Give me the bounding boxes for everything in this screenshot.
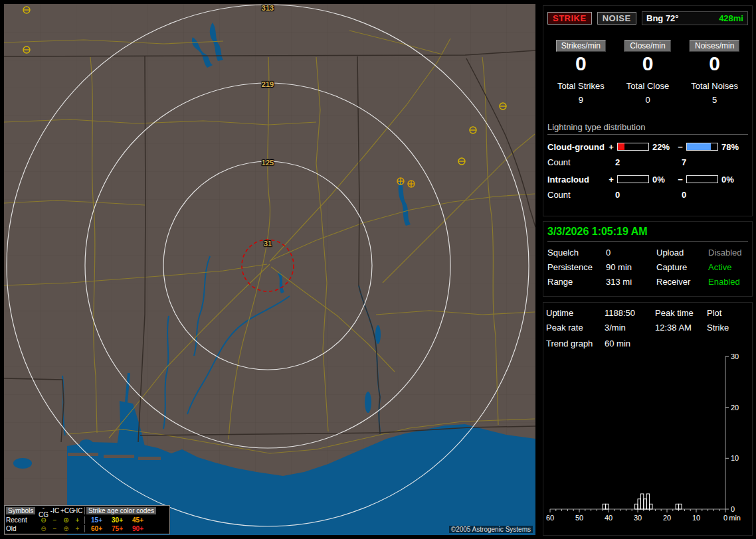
status-trend-panel: Uptime 1188:50 Peak time Plot Peak rate …	[543, 302, 753, 536]
status-label: Uptime	[546, 308, 605, 318]
plus-sign: +	[607, 175, 615, 185]
setting-label: Upload	[656, 248, 708, 258]
trend-window-value: 60 min	[605, 339, 630, 348]
cloud-ground-label: Cloud-ground	[547, 142, 607, 152]
minus-sign: −	[676, 175, 684, 185]
total-strikes-value: 9	[547, 95, 614, 105]
setting-value: Enabled	[708, 277, 748, 287]
circle-plus-icon: ⊕	[60, 525, 72, 532]
minus-sign: −	[676, 142, 684, 152]
plus-icon: +	[72, 525, 83, 532]
range-ring-label: 219	[253, 80, 282, 88]
svg-text:20: 20	[731, 404, 739, 412]
age-code: 75+	[107, 525, 128, 532]
bearing-distance-display: Bng 72° 428mi	[642, 11, 748, 25]
svg-text:0: 0	[731, 505, 735, 513]
minus-icon: −	[49, 516, 60, 524]
setting-label: Persistence	[547, 262, 606, 272]
legend-age-header: Strike age color codes	[86, 507, 156, 514]
age-code: 60+	[86, 525, 107, 532]
intracloud-row: Intracloud + 0% − 0%	[547, 175, 748, 184]
legend-old-row: Old ⊖ − ⊕ + 60+ 75+ 90+	[6, 524, 168, 533]
cg-plus-bar	[617, 143, 649, 151]
svg-text:0: 0	[723, 514, 727, 522]
trend-graph-label: Trend graph	[546, 339, 605, 348]
svg-text:10: 10	[692, 514, 700, 522]
close-per-min-counter: Close/min 0 Total Close 0	[614, 40, 682, 105]
noises-per-min-chip[interactable]: Noises/min	[690, 40, 739, 52]
intracloud-label: Intracloud	[547, 175, 607, 185]
status-value: 3/min	[605, 323, 655, 333]
range-ring-label: 31	[253, 240, 282, 248]
total-close-label: Total Close	[614, 81, 682, 91]
plot-mode-value[interactable]: Strike	[707, 323, 749, 333]
setting-value: Active	[708, 262, 748, 272]
legend-row-label: Old	[6, 525, 38, 532]
setting-label: Capture	[656, 262, 708, 272]
plus-sign: +	[607, 142, 615, 152]
copyright-notice: ©2005 Astrogenic Systems	[449, 526, 533, 533]
cg-plus-count: 2	[615, 157, 682, 167]
svg-text:min: min	[729, 514, 741, 522]
age-code: 45+	[128, 516, 148, 524]
range-ring-label: 313	[253, 4, 282, 12]
svg-text:40: 40	[605, 514, 613, 522]
svg-text:30: 30	[731, 352, 739, 360]
setting-label: Squelch	[547, 248, 606, 258]
total-noises-value: 5	[681, 95, 748, 105]
strike-toggle-button[interactable]: STRIKE	[547, 12, 592, 25]
trend-bars	[603, 494, 682, 509]
legend-type-label: -IC	[49, 507, 60, 514]
legend-symbols-header: Symbols	[6, 507, 35, 514]
circle-minus-icon: ⊖	[38, 525, 49, 532]
ic-minus-bar	[686, 175, 718, 183]
lightning-map[interactable]: 313 219 125 31 Symbols -CG -IC +CG +IC S…	[4, 4, 535, 535]
age-code: 90+	[128, 525, 148, 532]
plot-mode-value[interactable]: Plot	[707, 308, 749, 318]
status-value: 12:38 AM	[655, 323, 707, 333]
sidebar: STRIKE NOISE Bng 72° 428mi Strikes/min 0…	[543, 0, 753, 539]
circle-plus-icon: ⊕	[60, 516, 72, 524]
noises-per-min-value: 0	[681, 53, 748, 74]
cg-minus-count: 7	[682, 157, 748, 167]
close-per-min-value: 0	[614, 53, 682, 74]
total-close-value: 0	[614, 95, 682, 105]
ic-plus-percent: 0%	[652, 175, 676, 185]
age-code: 30+	[107, 516, 128, 524]
close-per-min-chip[interactable]: Close/min	[624, 40, 670, 52]
setting-label: Range	[547, 277, 606, 287]
bearing-value: Bng 72°	[646, 13, 679, 23]
circle-minus-icon: ⊖	[38, 516, 49, 524]
cg-plus-percent: 22%	[652, 142, 676, 152]
ic-plus-count: 0	[615, 190, 682, 200]
total-strikes-label: Total Strikes	[547, 81, 614, 91]
status-label: Peak time	[655, 308, 707, 318]
setting-value: 313 mi	[606, 277, 656, 287]
status-label: Peak rate	[546, 323, 605, 333]
setting-value: 0	[606, 248, 656, 258]
count-label: Count	[547, 157, 615, 167]
strikes-per-min-chip[interactable]: Strikes/min	[556, 40, 606, 52]
ic-minus-percent: 0%	[721, 175, 745, 185]
ic-minus-count: 0	[682, 190, 748, 200]
legend-header-row: Symbols -CG -IC +CG +IC Strike age color…	[6, 506, 168, 515]
svg-text:60: 60	[546, 514, 554, 522]
noise-toggle-button[interactable]: NOISE	[597, 12, 636, 25]
plus-icon: +	[72, 516, 83, 524]
svg-text:20: 20	[663, 514, 671, 522]
trend-graph: 01020306050403020100min	[546, 351, 745, 529]
datetime-display: 3/3/2026 1:05:19 AM	[547, 226, 748, 242]
cloud-ground-count-row: Count 2 7	[547, 157, 748, 167]
cloud-ground-row: Cloud-ground + 22% − 78%	[547, 142, 748, 151]
total-noises-label: Total Noises	[681, 81, 748, 91]
legend-row-label: Recent	[6, 516, 38, 524]
age-code: 15+	[86, 516, 107, 524]
trend-graph-header: Trend graph 60 min	[546, 339, 749, 348]
legend-type-label: +CG	[60, 507, 72, 514]
svg-text:10: 10	[731, 454, 739, 462]
legend-recent-row: Recent ⊖ − ⊕ + 15+ 30+ 45+	[6, 516, 168, 524]
status-value: 1188:50	[605, 308, 655, 318]
strikes-per-min-value: 0	[547, 53, 614, 74]
ic-plus-bar	[617, 175, 649, 183]
distance-value: 428mi	[719, 13, 743, 23]
